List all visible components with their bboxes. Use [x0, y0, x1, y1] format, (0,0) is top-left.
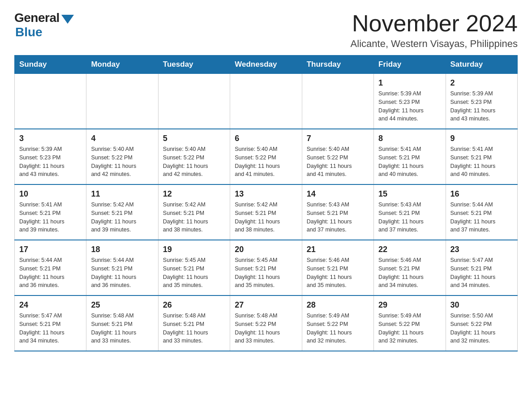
calendar-week-row: 10Sunrise: 5:41 AM Sunset: 5:21 PM Dayli… — [15, 184, 518, 240]
calendar-day-cell: 10Sunrise: 5:41 AM Sunset: 5:21 PM Dayli… — [15, 184, 86, 240]
calendar-week-row: 1Sunrise: 5:39 AM Sunset: 5:23 PM Daylig… — [15, 74, 518, 129]
calendar-day-cell: 8Sunrise: 5:41 AM Sunset: 5:21 PM Daylig… — [374, 129, 446, 184]
day-info: Sunrise: 5:39 AM Sunset: 5:23 PM Dayligh… — [19, 145, 82, 179]
day-number: 29 — [378, 300, 441, 310]
calendar-day-cell: 18Sunrise: 5:44 AM Sunset: 5:21 PM Dayli… — [86, 240, 158, 295]
day-number: 3 — [19, 134, 82, 143]
day-info: Sunrise: 5:44 AM Sunset: 5:21 PM Dayligh… — [91, 256, 153, 290]
calendar-day-cell: 16Sunrise: 5:44 AM Sunset: 5:21 PM Dayli… — [446, 184, 517, 240]
day-info: Sunrise: 5:48 AM Sunset: 5:22 PM Dayligh… — [235, 312, 297, 345]
calendar-day-cell: 12Sunrise: 5:42 AM Sunset: 5:21 PM Dayli… — [158, 184, 230, 240]
day-number: 27 — [235, 300, 297, 310]
weekday-header-saturday: Saturday — [446, 56, 517, 74]
weekday-header-tuesday: Tuesday — [158, 56, 230, 74]
calendar-day-cell: 7Sunrise: 5:40 AM Sunset: 5:22 PM Daylig… — [302, 129, 373, 184]
calendar-day-cell: 6Sunrise: 5:40 AM Sunset: 5:22 PM Daylig… — [230, 129, 302, 184]
calendar-day-cell: 23Sunrise: 5:47 AM Sunset: 5:21 PM Dayli… — [446, 240, 517, 295]
page-header: General Blue November 2024 Alicante, Wes… — [14, 11, 518, 50]
calendar-day-cell: 25Sunrise: 5:48 AM Sunset: 5:21 PM Dayli… — [86, 295, 158, 351]
calendar-day-cell: 3Sunrise: 5:39 AM Sunset: 5:23 PM Daylig… — [15, 129, 86, 184]
day-info: Sunrise: 5:41 AM Sunset: 5:21 PM Dayligh… — [450, 145, 513, 179]
calendar-day-cell — [158, 74, 230, 129]
weekday-header-friday: Friday — [374, 56, 446, 74]
calendar-day-cell: 9Sunrise: 5:41 AM Sunset: 5:21 PM Daylig… — [446, 129, 517, 184]
day-number: 19 — [163, 245, 225, 254]
day-number: 1 — [378, 78, 441, 88]
day-number: 9 — [450, 134, 513, 143]
calendar-day-cell: 22Sunrise: 5:46 AM Sunset: 5:21 PM Dayli… — [374, 240, 446, 295]
day-info: Sunrise: 5:49 AM Sunset: 5:22 PM Dayligh… — [378, 312, 441, 345]
day-number: 23 — [450, 245, 513, 254]
day-number: 21 — [307, 245, 369, 254]
day-info: Sunrise: 5:47 AM Sunset: 5:21 PM Dayligh… — [450, 256, 513, 290]
calendar-day-cell: 27Sunrise: 5:48 AM Sunset: 5:22 PM Dayli… — [230, 295, 302, 351]
calendar-day-cell: 29Sunrise: 5:49 AM Sunset: 5:22 PM Dayli… — [374, 295, 446, 351]
day-number: 17 — [19, 245, 82, 254]
day-info: Sunrise: 5:48 AM Sunset: 5:21 PM Dayligh… — [163, 312, 225, 345]
day-info: Sunrise: 5:49 AM Sunset: 5:22 PM Dayligh… — [307, 312, 369, 345]
calendar-day-cell: 13Sunrise: 5:42 AM Sunset: 5:21 PM Dayli… — [230, 184, 302, 240]
day-info: Sunrise: 5:39 AM Sunset: 5:23 PM Dayligh… — [450, 90, 513, 123]
day-info: Sunrise: 5:41 AM Sunset: 5:21 PM Dayligh… — [19, 201, 82, 234]
day-number: 25 — [91, 300, 153, 310]
day-number: 24 — [19, 300, 82, 310]
day-info: Sunrise: 5:41 AM Sunset: 5:21 PM Dayligh… — [378, 145, 441, 179]
logo: General Blue — [14, 11, 74, 39]
day-number: 12 — [163, 189, 225, 199]
calendar-day-cell: 4Sunrise: 5:40 AM Sunset: 5:22 PM Daylig… — [86, 129, 158, 184]
weekday-header-monday: Monday — [86, 56, 158, 74]
weekday-header-wednesday: Wednesday — [230, 56, 302, 74]
day-number: 30 — [450, 300, 513, 310]
calendar-day-cell — [302, 74, 373, 129]
location-subtitle: Alicante, Western Visayas, Philippines — [351, 38, 518, 50]
day-number: 5 — [163, 134, 225, 143]
day-info: Sunrise: 5:42 AM Sunset: 5:21 PM Dayligh… — [163, 201, 225, 234]
calendar-day-cell — [15, 74, 86, 129]
day-info: Sunrise: 5:42 AM Sunset: 5:21 PM Dayligh… — [235, 201, 297, 234]
calendar-day-cell — [86, 74, 158, 129]
day-info: Sunrise: 5:45 AM Sunset: 5:21 PM Dayligh… — [163, 256, 225, 290]
day-info: Sunrise: 5:44 AM Sunset: 5:21 PM Dayligh… — [450, 201, 513, 234]
calendar-day-cell — [230, 74, 302, 129]
calendar-table: SundayMondayTuesdayWednesdayThursdayFrid… — [14, 55, 518, 351]
logo-arrow-icon — [61, 15, 74, 24]
calendar-day-cell: 30Sunrise: 5:50 AM Sunset: 5:22 PM Dayli… — [446, 295, 517, 351]
day-info: Sunrise: 5:42 AM Sunset: 5:21 PM Dayligh… — [91, 201, 153, 234]
day-info: Sunrise: 5:47 AM Sunset: 5:21 PM Dayligh… — [19, 312, 82, 345]
calendar-day-cell: 21Sunrise: 5:46 AM Sunset: 5:21 PM Dayli… — [302, 240, 373, 295]
calendar-day-cell: 11Sunrise: 5:42 AM Sunset: 5:21 PM Dayli… — [86, 184, 158, 240]
day-number: 8 — [378, 134, 441, 143]
calendar-header-row: SundayMondayTuesdayWednesdayThursdayFrid… — [15, 56, 518, 74]
day-info: Sunrise: 5:40 AM Sunset: 5:22 PM Dayligh… — [307, 145, 369, 179]
day-number: 6 — [235, 134, 297, 143]
month-year-title: November 2024 — [351, 11, 518, 36]
logo-blue-text: Blue — [15, 25, 43, 39]
day-info: Sunrise: 5:48 AM Sunset: 5:21 PM Dayligh… — [91, 312, 153, 345]
calendar-week-row: 3Sunrise: 5:39 AM Sunset: 5:23 PM Daylig… — [15, 129, 518, 184]
calendar-day-cell: 14Sunrise: 5:43 AM Sunset: 5:21 PM Dayli… — [302, 184, 373, 240]
logo-general-text: General — [14, 11, 60, 25]
day-info: Sunrise: 5:40 AM Sunset: 5:22 PM Dayligh… — [91, 145, 153, 179]
day-info: Sunrise: 5:44 AM Sunset: 5:21 PM Dayligh… — [19, 256, 82, 290]
calendar-day-cell: 26Sunrise: 5:48 AM Sunset: 5:21 PM Dayli… — [158, 295, 230, 351]
day-number: 7 — [307, 134, 369, 143]
calendar-day-cell: 20Sunrise: 5:45 AM Sunset: 5:21 PM Dayli… — [230, 240, 302, 295]
day-info: Sunrise: 5:46 AM Sunset: 5:21 PM Dayligh… — [307, 256, 369, 290]
day-number: 28 — [307, 300, 369, 310]
day-info: Sunrise: 5:46 AM Sunset: 5:21 PM Dayligh… — [378, 256, 441, 290]
day-number: 16 — [450, 189, 513, 199]
calendar-day-cell: 19Sunrise: 5:45 AM Sunset: 5:21 PM Dayli… — [158, 240, 230, 295]
day-number: 4 — [91, 134, 153, 143]
title-block: November 2024 Alicante, Western Visayas,… — [351, 11, 518, 50]
calendar-week-row: 17Sunrise: 5:44 AM Sunset: 5:21 PM Dayli… — [15, 240, 518, 295]
day-info: Sunrise: 5:45 AM Sunset: 5:21 PM Dayligh… — [235, 256, 297, 290]
calendar-day-cell: 24Sunrise: 5:47 AM Sunset: 5:21 PM Dayli… — [15, 295, 86, 351]
day-info: Sunrise: 5:39 AM Sunset: 5:23 PM Dayligh… — [378, 90, 441, 123]
day-info: Sunrise: 5:40 AM Sunset: 5:22 PM Dayligh… — [163, 145, 225, 179]
day-info: Sunrise: 5:43 AM Sunset: 5:21 PM Dayligh… — [378, 201, 441, 234]
weekday-header-thursday: Thursday — [302, 56, 373, 74]
day-number: 22 — [378, 245, 441, 254]
day-number: 11 — [91, 189, 153, 199]
calendar-day-cell: 15Sunrise: 5:43 AM Sunset: 5:21 PM Dayli… — [374, 184, 446, 240]
day-number: 15 — [378, 189, 441, 199]
